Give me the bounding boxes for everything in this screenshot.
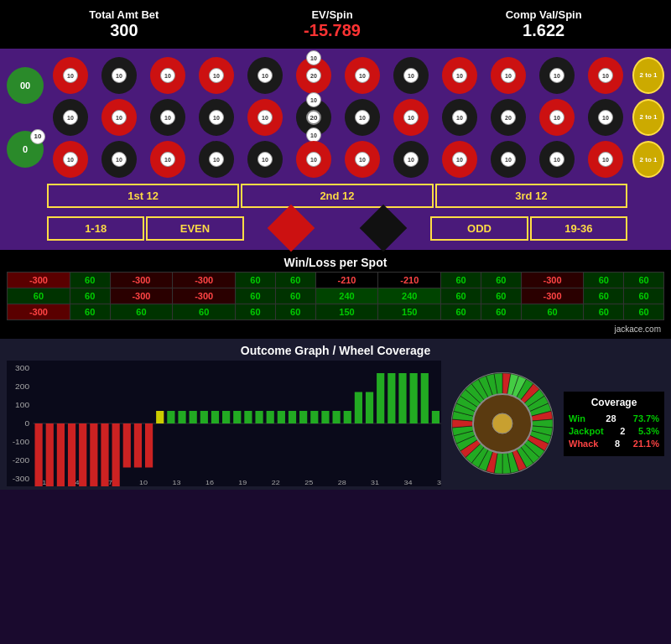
number-cell-20[interactable]: 10 [339,97,386,138]
number-cell-32[interactable]: 10 [533,97,580,138]
chip-16: 10 [306,152,321,167]
number-cell-3[interactable]: 10 [47,55,94,96]
number-cell-5[interactable]: 10 [96,97,143,138]
number-cell-28[interactable]: 10 [485,139,532,179]
coverage-win-row: Win 28 73.7% [569,413,659,423]
number-cell-10[interactable]: 10 [193,139,240,179]
wl-cell: -210 [378,273,441,288]
number-cell-15[interactable]: 10 [242,55,289,96]
wl-cell: -210 [315,273,378,288]
svg-rect-42 [410,373,418,423]
svg-text:100: 100 [15,401,29,409]
chip-36: 10 [598,68,613,83]
chip-23: 10 [403,110,419,125]
svg-text:300: 300 [15,364,29,372]
number-oval-12: 10 [199,57,234,94]
coverage-win-label: Win [569,413,585,423]
wl-cell: 60 [275,304,315,320]
number-cell-30[interactable]: 10 [485,55,532,96]
dozen-bet-3rd[interactable]: 3rd 12 [435,184,627,208]
number-oval-8: 10 [150,99,185,136]
number-cell-19[interactable]: 10 [339,139,386,179]
bet-red-diamond[interactable] [246,211,336,245]
wl-cell: 60 [441,288,481,304]
zero-chip: 10 [30,129,45,144]
number-cell-14[interactable]: 10 [242,97,289,138]
number-cell-27[interactable]: 10 [436,55,483,96]
roulette-table: 00 0 10 10 10 10 [7,55,664,179]
chip-20: 10 [355,110,370,125]
number-oval-23: 10 [393,99,429,136]
chip-30: 10 [501,68,516,83]
graph-svg: 300 200 100 0 -100 -200 -300 14710131619… [7,361,441,486]
number-cell-18[interactable]: 10 20 [290,55,337,96]
dozen-bet-1st[interactable]: 1st 12 [47,184,239,208]
number-cell-17[interactable]: 10 20 10 [290,97,337,138]
wl-cell: 60 [624,288,664,304]
number-cell-13[interactable]: 10 [242,139,289,179]
number-oval-30: 10 [491,57,526,94]
number-cell-22[interactable]: 10 [388,139,434,179]
col-bet-1[interactable]: 2 to 1 [632,57,664,94]
number-oval-24: 10 [393,57,429,94]
number-cell-24[interactable]: 10 [388,55,434,96]
double-zero-label: 00 [20,80,30,91]
number-cell-7[interactable]: 10 [144,139,191,179]
col-bet-3[interactable]: 2 to 1 [632,141,664,178]
chip-35: 10 [598,110,613,125]
bet-even[interactable]: EVEN [146,216,243,241]
number-cell-2[interactable]: 10 [47,97,94,138]
number-cell-21[interactable]: 10 [339,55,386,96]
svg-rect-26 [233,411,241,423]
number-cell-1[interactable]: 10 [47,139,94,179]
dozen-bet-2nd[interactable]: 2nd 12 [241,184,433,208]
outcome-content: 300 200 100 0 -100 -200 -300 14710131619… [7,361,664,486]
svg-rect-24 [211,411,219,423]
wl-cell: -300 [110,288,173,304]
number-cell-33[interactable]: 10 [533,55,580,96]
total-amt-bet-label: Total Amt Bet [89,8,159,21]
chip-33: 10 [549,68,564,83]
number-cell-25[interactable]: 10 [436,139,483,179]
wl-cell: 60 [236,273,276,288]
wl-cell: -300 [8,304,70,320]
number-cell-4[interactable]: 10 [96,139,143,179]
number-cell-36[interactable]: 10 [582,55,629,96]
number-cell-31[interactable]: 10 [533,139,580,179]
svg-rect-30 [278,411,285,423]
number-cell-8[interactable]: 10 [144,97,191,138]
coverage-title: Coverage [569,397,659,408]
bet-19-36[interactable]: 19-36 [530,216,627,241]
wl-cell: 60 [8,288,70,304]
number-oval-18: 10 20 [296,57,331,94]
number-oval-29: 20 [491,99,526,136]
wheel-svg-container [448,369,557,478]
chip-18-top: 10 [306,50,321,65]
number-cell-35[interactable]: 10 [582,97,629,138]
chip-24: 10 [403,68,419,83]
bet-1-18[interactable]: 1-18 [47,216,144,241]
number-cell-6[interactable]: 10 [96,55,143,96]
number-cell-9[interactable]: 10 [144,55,191,96]
chip-22: 10 [403,152,419,167]
bet-odd[interactable]: ODD [430,216,528,241]
chip-13: 10 [257,152,273,167]
svg-text:7: 7 [108,478,112,486]
chip-3: 10 [63,68,78,83]
number-cell-16[interactable]: 10 [290,139,337,179]
svg-text:4: 4 [75,478,80,486]
number-cell-34[interactable]: 10 [582,139,629,179]
number-cell-12[interactable]: 10 [193,55,240,96]
number-cell-23[interactable]: 10 [388,97,434,138]
number-cell-26[interactable]: 10 [436,97,483,138]
single-zero-cell[interactable]: 0 10 [7,131,44,168]
col-bet-2[interactable]: 2 to 1 [632,99,664,136]
coverage-whack-row: Whack 8 21.1% [569,439,659,449]
double-zero-cell[interactable]: 00 [7,67,44,104]
number-cell-29[interactable]: 20 [485,97,532,138]
comp-val-block: Comp Val/Spin 1.622 [506,8,582,40]
number-cell-11[interactable]: 10 [193,97,240,138]
bet-black-diamond[interactable] [338,211,429,245]
wl-cell: 60 [584,288,624,304]
winloss-section: Win/Loss per Spot -30060-300-3006060-210… [0,250,671,339]
